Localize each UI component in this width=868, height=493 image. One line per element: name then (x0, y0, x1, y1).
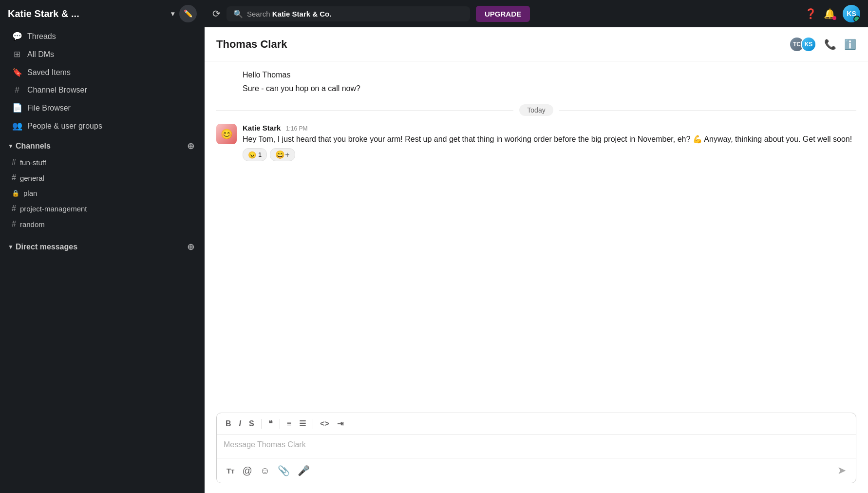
sidebar-item-saved-items[interactable]: 🔖 Saved Items (4, 64, 201, 81)
threads-label: Threads (27, 32, 56, 41)
topbar-right: ⟳ 🔍 Search Katie Stark & Co. UPGRADE ❓ 🔔… (205, 5, 868, 22)
file-browser-label: File Browser (27, 104, 71, 113)
toolbar-divider-1 (261, 419, 262, 429)
chat-header: Thomas Clark TC KS 📞 ℹ️ (205, 27, 868, 61)
input-placeholder: Message Thomas Clark (224, 440, 306, 449)
channel-browser-label: Channel Browser (27, 86, 87, 95)
message-body: Katie Stark 1:16 PM Hey Tom, I just hear… (243, 124, 856, 161)
channel-name: general (20, 174, 44, 182)
divider-line-right (559, 110, 856, 111)
message-time: 1:16 PM (286, 125, 308, 132)
channel-name: random (20, 220, 45, 228)
date-divider-label: Today (519, 104, 553, 116)
reaction-emoji: 😠 (248, 151, 256, 159)
topbar-icons: ❓ 🔔 KS (805, 5, 860, 22)
dm-section-label: Direct messages (16, 243, 184, 251)
people-label: People & user groups (27, 122, 102, 131)
channel-item-general[interactable]: # general (4, 171, 201, 185)
channel-name: fun-stuff (20, 158, 46, 167)
attach-button[interactable]: 📎 (274, 463, 294, 478)
info-icon[interactable]: ℹ️ (844, 38, 856, 50)
reaction-angry[interactable]: 😠 1 (243, 148, 267, 161)
channel-lock-icon: 🔒 (12, 190, 19, 197)
code-button[interactable]: <> (317, 417, 332, 430)
dm-section-header[interactable]: ▼ Direct messages ⊕ (0, 236, 205, 255)
file-browser-icon: 📄 (12, 103, 22, 113)
edit-button[interactable]: ✏️ (179, 5, 197, 22)
sidebar-item-all-dms[interactable]: ⊞ All DMs (4, 46, 201, 63)
workspace-header[interactable]: Katie Stark & ... ▾ ✏️ (0, 5, 205, 22)
channel-item-plan[interactable]: 🔒 plan (4, 186, 201, 200)
search-icon: 🔍 (233, 9, 243, 19)
ordered-list-button[interactable]: ≡ (284, 417, 294, 430)
message-input-area: B I S ❝ ≡ ☰ <> ⇥ Message Thomas Clark Tт (205, 407, 868, 493)
notification-icon[interactable]: 🔔 (824, 8, 836, 19)
italic-button[interactable]: I (236, 417, 244, 430)
bullet-list-button[interactable]: ☰ (296, 417, 309, 430)
input-toolbar: B I S ❝ ≡ ☰ <> ⇥ (217, 413, 856, 435)
sidebar-item-file-browser[interactable]: 📄 File Browser (4, 99, 201, 116)
channel-hash-icon: # (12, 204, 16, 213)
sidebar-item-channel-browser[interactable]: # Channel Browser (4, 82, 201, 98)
prev-message-1: Hello Thomas (243, 69, 856, 81)
add-channel-button[interactable]: ⊕ (184, 140, 197, 152)
user-avatar[interactable]: KS (843, 5, 860, 22)
add-dm-button[interactable]: ⊕ (184, 241, 197, 253)
threads-icon: 💬 (12, 31, 22, 41)
messages-area: Hello Thomas Sure - can you hop on a cal… (205, 61, 868, 407)
toolbar-divider-2 (280, 419, 280, 429)
channel-name: plan (23, 189, 37, 197)
mic-button[interactable]: 🎤 (294, 463, 314, 478)
add-reaction-button[interactable]: 😄+ (270, 148, 295, 161)
sidebar-item-threads[interactable]: 💬 Threads (4, 28, 201, 45)
emoji-button[interactable]: ☺ (256, 463, 274, 478)
upgrade-button[interactable]: UPGRADE (476, 6, 530, 22)
prev-messages: Hello Thomas Sure - can you hop on a cal… (216, 69, 856, 100)
message-sender: Katie Stark (243, 124, 281, 132)
workspace-name: Katie Stark & ... (8, 8, 166, 19)
message-input[interactable]: Message Thomas Clark (217, 435, 856, 458)
workspace-chevron: ▾ (171, 10, 174, 18)
indent-button[interactable]: ⇥ (334, 417, 346, 430)
member-avatars[interactable]: TC KS (789, 37, 816, 52)
sidebar-item-people[interactable]: 👥 People & user groups (4, 117, 201, 134)
channel-item-random[interactable]: # random (4, 217, 201, 231)
toolbar-divider-3 (313, 419, 313, 429)
search-text: Search Katie Stark & Co. (247, 10, 331, 18)
message-group: 😊 Katie Stark 1:16 PM Hey Tom, I just he… (216, 124, 856, 161)
saved-items-icon: 🔖 (12, 67, 22, 77)
channel-hash-icon: # (12, 158, 16, 167)
content-area: Thomas Clark TC KS 📞 ℹ️ Hello Thomas Sur… (205, 27, 868, 493)
reaction-count: 1 (258, 151, 262, 158)
reactions: 😠 1 😄+ (243, 148, 856, 161)
all-dms-label: All DMs (27, 50, 54, 59)
date-divider: Today (216, 104, 856, 116)
people-icon: 👥 (12, 121, 22, 131)
input-box: B I S ❝ ≡ ☰ <> ⇥ Message Thomas Clark Tт (216, 413, 856, 483)
bold-button[interactable]: B (223, 417, 234, 430)
notification-dot (832, 16, 836, 20)
member-avatar-katie: KS (801, 37, 816, 52)
channel-name: project-management (20, 205, 87, 213)
channel-item-fun-stuff[interactable]: # fun-stuff (4, 155, 201, 170)
search-bar[interactable]: 🔍 Search Katie Stark & Co. (226, 6, 470, 21)
prev-message-2: Sure - can you hop on a call now? (243, 83, 856, 95)
history-icon[interactable]: ⟳ (212, 8, 221, 19)
chat-header-actions: TC KS 📞 ℹ️ (789, 37, 856, 52)
chat-title: Thomas Clark (216, 38, 789, 51)
message-text: Hey Tom, I just heard that you broke you… (243, 133, 856, 145)
all-dms-icon: ⊞ (12, 49, 22, 59)
channels-section-header[interactable]: ▼ Channels ⊕ (0, 135, 205, 154)
divider-line-left (216, 110, 513, 111)
send-button[interactable]: ➤ (833, 462, 850, 479)
text-format-button[interactable]: Tт (223, 465, 239, 477)
channel-item-project-management[interactable]: # project-management (4, 201, 201, 216)
quote-button[interactable]: ❝ (265, 417, 276, 430)
saved-items-label: Saved Items (27, 68, 71, 77)
mention-button[interactable]: @ (239, 463, 256, 478)
input-bottom-bar: Tт @ ☺ 📎 🎤 ➤ (217, 458, 856, 483)
channels-toggle-icon: ▼ (8, 143, 14, 150)
strikethrough-button[interactable]: S (246, 417, 257, 430)
help-icon[interactable]: ❓ (805, 8, 817, 19)
call-icon[interactable]: 📞 (824, 38, 836, 50)
